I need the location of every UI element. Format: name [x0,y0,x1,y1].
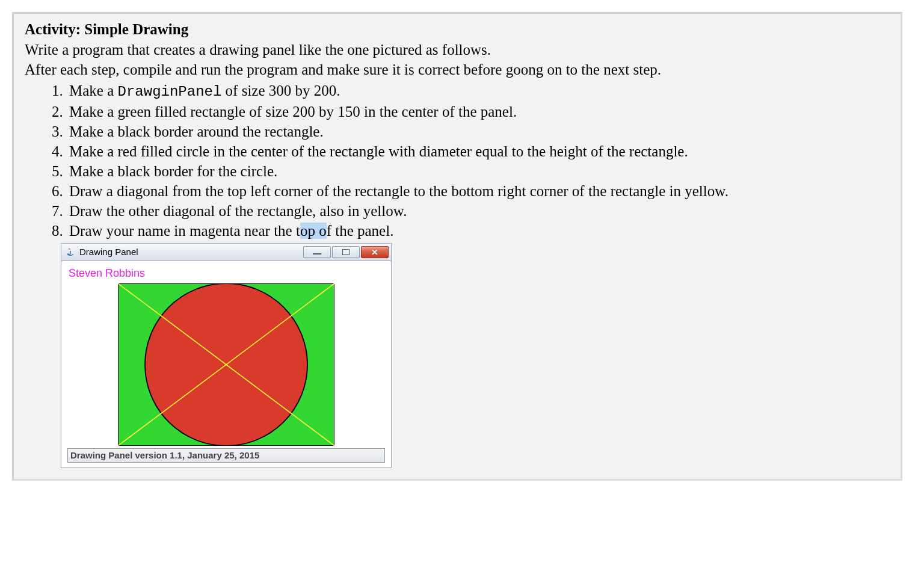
step-8-pre: Draw your name in magenta near the t [69,223,300,239]
step-8-post: f the panel. [327,223,394,239]
drawing-canvas [118,283,334,446]
step-1-code: DrawginPanel [118,84,222,100]
step-4: Make a red filled circle in the center o… [67,141,890,161]
maximize-button[interactable] [332,246,360,258]
step-1: Make a DrawginPanel of size 300 by 200. [67,81,890,102]
window-titlebar: Drawing Panel ✕ [61,243,392,261]
step-8-highlight: op o [300,223,327,239]
step-7: Draw the other diagonal of the rectangle… [67,201,890,221]
step-1-post: of size 300 by 200. [221,82,340,99]
intro-line-2: After each step, compile and run the pro… [25,60,890,80]
step-2: Make a green filled rectangle of size 20… [67,102,890,122]
minimize-icon [313,253,321,255]
activity-box: Activity: Simple Drawing Write a program… [12,12,902,481]
close-icon: ✕ [371,248,378,256]
close-button[interactable]: ✕ [361,246,389,258]
activity-heading: Activity: Simple Drawing [25,21,890,38]
step-1-pre: Make a [69,82,118,99]
step-8: Draw your name in magenta near the top o… [67,221,890,241]
drawing-panel-window: Drawing Panel ✕ Steven Robbins Drawing P… [61,243,392,468]
step-5: Make a black border for the circle. [67,161,890,181]
minimize-button[interactable] [303,246,331,258]
step-6: Draw a diagonal from the top left corner… [67,181,890,201]
canvas-area: Steven Robbins Drawing Panel version 1.1… [61,261,392,468]
step-3: Make a black border around the rectangle… [67,122,890,141]
status-bar: Drawing Panel version 1.1, January 25, 2… [67,448,385,463]
window-title: Drawing Panel [79,247,300,257]
intro-line-1: Write a program that creates a drawing p… [25,40,890,60]
java-icon [65,247,76,258]
maximize-icon [342,249,350,255]
steps-list: Make a DrawginPanel of size 300 by 200. … [25,81,890,241]
window-buttons: ✕ [303,246,389,258]
drawn-name-text: Steven Robbins [69,267,385,280]
